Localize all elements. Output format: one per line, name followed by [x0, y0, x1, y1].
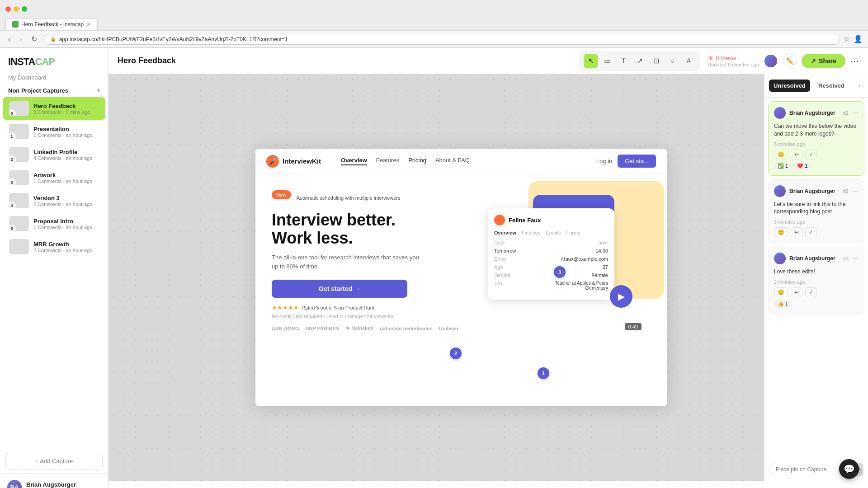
cursor-tool[interactable]: ↖	[584, 54, 598, 68]
my-dashboard-link[interactable]: My Dashboard	[0, 72, 108, 84]
comment-more-icon-1[interactable]: ⋯	[852, 109, 859, 117]
mockup-nav-right: Log in Get sta...	[596, 155, 656, 168]
sidebar-item-presentation[interactable]: 1 Presentation 1 Comments · an hour ago …	[3, 120, 105, 143]
canvas-area[interactable]: 🎤 InterviewKit Overview Features Pricing…	[108, 74, 868, 481]
comment-more-icon-3[interactable]: ⋯	[852, 255, 859, 262]
browser-chrome: Hero Feedback - Instacap ✕ ‹ › ↻ 🔒 app.i…	[0, 0, 868, 48]
reaction-check-1: ✅ 1	[774, 162, 792, 170]
arrow-tool[interactable]: ↗	[632, 54, 647, 68]
user-info: Brian Augsburger brian@instacap.co	[26, 481, 76, 488]
share-button[interactable]: ↗ Share	[802, 54, 845, 68]
tab-close-icon[interactable]: ✕	[86, 21, 91, 28]
sidebar-item-hero-feedback[interactable]: 0 Hero Feedback 3 Comments · 6 mins ago …	[3, 97, 105, 120]
mockup-cta-btn[interactable]: Get sta...	[618, 155, 656, 168]
comment-text-3: Love these edits!	[774, 268, 859, 276]
annotation-1[interactable]: 1	[538, 367, 549, 379]
job-label: Job	[494, 281, 502, 291]
comment-input[interactable]	[769, 463, 850, 476]
mockup-login[interactable]: Log in	[596, 158, 612, 164]
reload-btn[interactable]: ↻	[28, 34, 40, 44]
user-avatar: BA	[7, 480, 22, 488]
nav-pricing[interactable]: Pricing	[408, 157, 426, 165]
add-capture-button[interactable]: + Add Capture	[5, 453, 103, 469]
play-button[interactable]: ▶	[610, 285, 632, 308]
rectangle-tool[interactable]: ▭	[600, 54, 614, 68]
item-thumbnail: 5	[9, 216, 29, 231]
mockup-nav-links: Overview Features Pricing About & FAQ	[341, 157, 470, 165]
item-more-icon[interactable]: ⋯	[91, 103, 100, 114]
nav-features[interactable]: Features	[376, 157, 399, 165]
comment-reactions-1: ✅ 1 ❤️ 1	[774, 162, 859, 170]
crop-tool[interactable]: ⊡	[649, 54, 663, 68]
email-label: Email	[494, 256, 507, 262]
card-tab-forms[interactable]: Forms	[566, 230, 580, 235]
profile-icon[interactable]: 👤	[854, 35, 863, 43]
url-bar[interactable]: 🔒 app.instacap.co/hkHPCBuPUtWF2uPe3HvEy2…	[43, 34, 840, 45]
comment-actions-3: 🙂 ↩ ✓	[774, 287, 859, 297]
reply-btn-1[interactable]: ↩	[791, 150, 802, 160]
reply-btn-2[interactable]: ↩	[791, 227, 802, 237]
comment-card-3: Brian Augsburger #3 ⋯ Love these edits! …	[768, 247, 864, 314]
forward-btn[interactable]: ›	[17, 34, 24, 44]
active-tab[interactable]: Hero Feedback - Instacap ✕	[5, 18, 98, 30]
reply-btn-3[interactable]: ↩	[791, 287, 802, 297]
emoji-react-btn-3[interactable]: 🙂	[774, 287, 788, 297]
hash-tool[interactable]: #	[681, 54, 696, 68]
sidebar-item-version3[interactable]: 4 Version 3 2 Comments · an hour ago ⋯	[3, 189, 105, 212]
annotation-2[interactable]: 2	[450, 347, 462, 359]
maximize-window-btn[interactable]	[22, 6, 27, 12]
company-logos: ABN·AMRO BNP PARIBAS ★ Heineken national…	[272, 325, 468, 331]
comment-author-3: Brian Augsburger	[789, 255, 840, 262]
hero-cta-btn[interactable]: Get started →	[272, 280, 407, 298]
text-tool[interactable]: T	[616, 54, 631, 68]
reaction-heart-1: ❤️ 1	[793, 162, 811, 170]
logo-heineken: ★ Heineken	[345, 325, 373, 331]
resolve-btn-1[interactable]: ✓	[805, 150, 817, 160]
nav-about[interactable]: About & FAQ	[435, 157, 470, 165]
resolve-btn-3[interactable]: ✓	[805, 287, 817, 297]
app-logo[interactable]: INSTACAP	[0, 48, 108, 72]
page-title: Hero Feedback	[118, 56, 176, 66]
hero-heading-line2: Work less.	[272, 229, 468, 247]
comments-nav-btn[interactable]: →	[853, 80, 863, 92]
tab-unresolved[interactable]: Unresolved	[769, 80, 810, 92]
item-info: Version 3 2 Comments · an hour ago	[33, 195, 86, 207]
emoji-react-btn-2[interactable]: 🙂	[774, 227, 788, 237]
card-tab-emails[interactable]: Emails	[546, 230, 561, 235]
sidebar-item-artwork[interactable]: 3 Artwork 1 Comments · an hour ago ⋯	[3, 166, 105, 189]
section-header[interactable]: Non Project Captures ▾	[0, 84, 108, 97]
close-window-btn[interactable]	[5, 6, 11, 12]
back-btn[interactable]: ‹	[5, 34, 13, 44]
comment-id-1: #1	[843, 110, 849, 116]
logo-bnp: BNP PARIBAS	[306, 326, 340, 331]
item-thumbnail: 4	[9, 193, 29, 208]
card-tab-overview[interactable]: Overview	[494, 230, 516, 235]
sidebar-item-mrr[interactable]: MRR Growth 2 Comments · an hour ago ⋯	[3, 235, 105, 258]
bookmark-icon[interactable]: ☆	[844, 35, 850, 43]
more-options-btn[interactable]: ⋯	[850, 56, 859, 66]
annotation-3[interactable]: 3	[554, 266, 566, 278]
mockup-nav: 🎤 InterviewKit Overview Features Pricing…	[255, 149, 667, 174]
reaction-thumbs-3: 👍 1	[774, 300, 792, 308]
mockup-hero: New Automatic scheduling with multiple i…	[255, 174, 667, 335]
comment-text-2: Let's be sure to link this to the corres…	[774, 201, 859, 216]
nav-overview[interactable]: Overview	[341, 157, 367, 165]
emoji-react-btn-1[interactable]: 🙂	[774, 150, 788, 160]
sidebar: INSTACAP My Dashboard Non Project Captur…	[0, 48, 108, 488]
hero-heading: Interview better. Work less.	[272, 211, 468, 247]
minimize-window-btn[interactable]	[14, 6, 19, 12]
item-meta: 3 Comments · 6 mins ago	[33, 109, 86, 115]
card-tab-findings[interactable]: Findings	[522, 230, 541, 235]
sidebar-item-linkedin[interactable]: 2 LinkedIn Profile 4 Comments · an hour …	[3, 143, 105, 166]
card-age-row: Age 27	[494, 264, 608, 270]
sidebar-item-proposal[interactable]: 5 Proposal Intro 1 Comments · an hour ag…	[3, 212, 105, 235]
views-count: 0 Views	[716, 55, 736, 61]
chat-bubble-btn[interactable]: 💬	[839, 459, 859, 479]
comment-author-2: Brian Augsburger	[789, 188, 840, 194]
edit-icon-btn[interactable]: ✏️	[783, 54, 797, 68]
resolve-btn-2[interactable]: ✓	[805, 227, 817, 237]
comment-more-icon-2[interactable]: ⋯	[852, 188, 859, 195]
tab-resolved[interactable]: Resolved	[812, 80, 851, 92]
sidebar-user: BA Brian Augsburger brian@instacap.co	[0, 473, 108, 488]
ellipse-tool[interactable]: ○	[665, 54, 679, 68]
